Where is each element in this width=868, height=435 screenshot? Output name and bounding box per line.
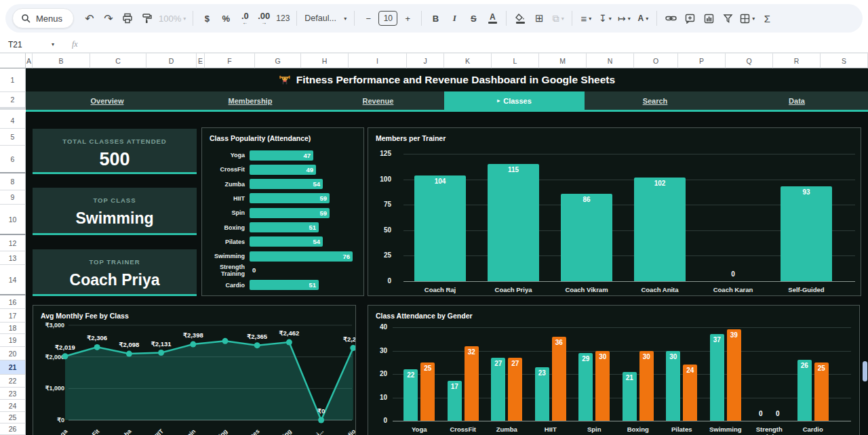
table-button[interactable]: ▾: [738, 9, 757, 28]
insert-comment-button[interactable]: [681, 9, 698, 28]
column-header-B[interactable]: B: [33, 53, 90, 68]
row-header-13[interactable]: 13: [0, 251, 26, 265]
functions-button[interactable]: Σ: [758, 9, 776, 28]
format-currency-button[interactable]: $: [198, 9, 216, 28]
chart-members-per-trainer[interactable]: Members per Trainer 0255075100125104Coac…: [368, 127, 861, 296]
print-button[interactable]: [119, 9, 136, 28]
chart-class-popularity[interactable]: Class Popularity (Attendance) Yoga47Cros…: [201, 127, 364, 296]
column-header-E[interactable]: E: [197, 53, 205, 68]
row-header-22[interactable]: 22: [0, 375, 26, 388]
menus-label: Menus: [36, 14, 62, 24]
create-filter-button[interactable]: [719, 9, 736, 28]
row-header-6[interactable]: 6: [0, 146, 26, 173]
sheet-canvas[interactable]: Fitness Performance and Revenue Dashboar…: [26, 68, 868, 435]
tab-search[interactable]: Search: [585, 91, 726, 110]
increase-font-size-button[interactable]: +: [399, 9, 416, 28]
decrease-font-size-button[interactable]: −: [359, 9, 377, 28]
column-header-K[interactable]: K: [444, 53, 492, 68]
row-header-8[interactable]: 8: [0, 173, 26, 190]
vertical-align-button[interactable]: ↧ ▾: [596, 9, 614, 28]
row-header-1[interactable]: 1: [0, 68, 26, 92]
row-header-21[interactable]: 21: [0, 360, 26, 375]
strikethrough-button[interactable]: S: [465, 9, 482, 28]
row-header-14[interactable]: 14: [0, 265, 26, 295]
column-header-Q[interactable]: Q: [726, 53, 773, 68]
decrease-decimal-button[interactable]: .0←: [236, 9, 254, 28]
svg-text:Swimming: Swimming: [267, 428, 293, 435]
column-header-O[interactable]: O: [634, 53, 678, 68]
more-formats-button[interactable]: 123: [274, 9, 292, 28]
tab-data[interactable]: Data: [726, 91, 868, 110]
column-header-N[interactable]: N: [587, 53, 634, 68]
font-select[interactable]: Defaul... ▾: [302, 9, 349, 28]
column-header-R[interactable]: R: [773, 53, 821, 68]
row-header-16[interactable]: 16: [0, 295, 26, 309]
row-header-5[interactable]: 5: [0, 129, 26, 146]
row-header-2[interactable]: 2: [0, 92, 26, 110]
horizontal-align-button[interactable]: ≡ ▾: [577, 9, 595, 28]
row-header-23[interactable]: 23: [0, 388, 26, 400]
row-header-25[interactable]: 25: [0, 412, 26, 423]
tab-classes[interactable]: ▸ Classes: [444, 91, 585, 110]
menus-button[interactable]: Menus: [12, 8, 74, 28]
row-header-26[interactable]: 26: [0, 423, 26, 435]
text-color-button[interactable]: A: [484, 9, 501, 28]
tab-revenue[interactable]: Revenue: [312, 91, 444, 110]
fill-color-button[interactable]: [511, 9, 529, 28]
column-header-J[interactable]: J: [407, 53, 444, 68]
chart-avg-monthly-fee[interactable]: Avg Monthly Fee by Class ₹0₹1,000₹2,000₹…: [33, 305, 356, 435]
hbar-zero-label: 0: [252, 266, 256, 274]
chart-attendance-by-gender[interactable]: Class Attendance by Gender 0102030402225…: [368, 305, 860, 435]
column-header-D[interactable]: D: [146, 53, 197, 68]
row-header-12[interactable]: 12: [0, 235, 26, 251]
row-header-19[interactable]: 19: [0, 334, 26, 347]
font-size-input[interactable]: 10: [378, 11, 397, 26]
hbar-category-label: Swimming: [202, 253, 250, 260]
kpi-top-trainer[interactable]: TOP TRAINER Coach Priya: [33, 249, 197, 296]
y-axis-label-100: 100: [371, 175, 391, 183]
insert-chart-button[interactable]: [700, 9, 717, 28]
merge-cells-button[interactable]: ⧉ ▾: [549, 9, 567, 28]
column-header-I[interactable]: I: [349, 53, 407, 68]
column-header-M[interactable]: M: [539, 53, 587, 68]
kpi-top-class[interactable]: TOP CLASS Swimming: [33, 188, 197, 235]
column-header-G[interactable]: G: [255, 53, 301, 68]
borders-button[interactable]: ⊞: [530, 9, 548, 28]
paint-format-button[interactable]: [138, 9, 155, 28]
row-header-17[interactable]: 17: [0, 309, 26, 323]
row-header-9[interactable]: 9: [0, 190, 26, 205]
row-header-4[interactable]: 4: [0, 112, 26, 129]
undo-button[interactable]: ↶: [81, 9, 98, 28]
row-header-18[interactable]: 18: [0, 323, 26, 334]
vertical-scrollbar[interactable]: [863, 361, 867, 381]
insert-link-button[interactable]: [662, 9, 679, 28]
redo-button[interactable]: ↷: [100, 9, 117, 28]
bar-value-label: 102: [634, 180, 686, 187]
bar-value-label: 30: [595, 353, 610, 360]
row-header-20[interactable]: 20: [0, 347, 26, 360]
tab-membership[interactable]: Membership: [189, 91, 312, 110]
row-header-24[interactable]: 24: [0, 400, 26, 412]
name-box[interactable]: T21 ▾: [0, 40, 60, 49]
row-header-10[interactable]: 10: [0, 205, 26, 235]
column-header-H[interactable]: H: [301, 53, 349, 68]
zoom-select[interactable]: 100% ▾: [157, 9, 188, 28]
format-percent-button[interactable]: %: [217, 9, 235, 28]
tab-overview[interactable]: Overview: [26, 91, 189, 110]
svg-text:₹1,000: ₹1,000: [45, 385, 64, 392]
text-rotation-button[interactable]: A ▾: [634, 9, 652, 28]
increase-decimal-button[interactable]: .00→: [255, 9, 273, 28]
column-header-F[interactable]: F: [205, 53, 255, 68]
column-header-A[interactable]: A: [26, 53, 33, 68]
text-wrap-button[interactable]: ↦ ▾: [615, 9, 633, 28]
column-header-S[interactable]: S: [821, 53, 868, 68]
gridline-125: [403, 154, 855, 154]
bold-button[interactable]: B: [427, 9, 444, 28]
select-all-corner[interactable]: [0, 53, 26, 68]
italic-button[interactable]: I: [446, 9, 463, 28]
bar-Spin: [578, 353, 593, 421]
column-header-C[interactable]: C: [90, 53, 146, 68]
column-header-P[interactable]: P: [678, 53, 726, 68]
column-header-L[interactable]: L: [492, 53, 539, 68]
kpi-total-classes-attended[interactable]: TOTAL CLASSES ATTENDED 500: [33, 129, 197, 174]
